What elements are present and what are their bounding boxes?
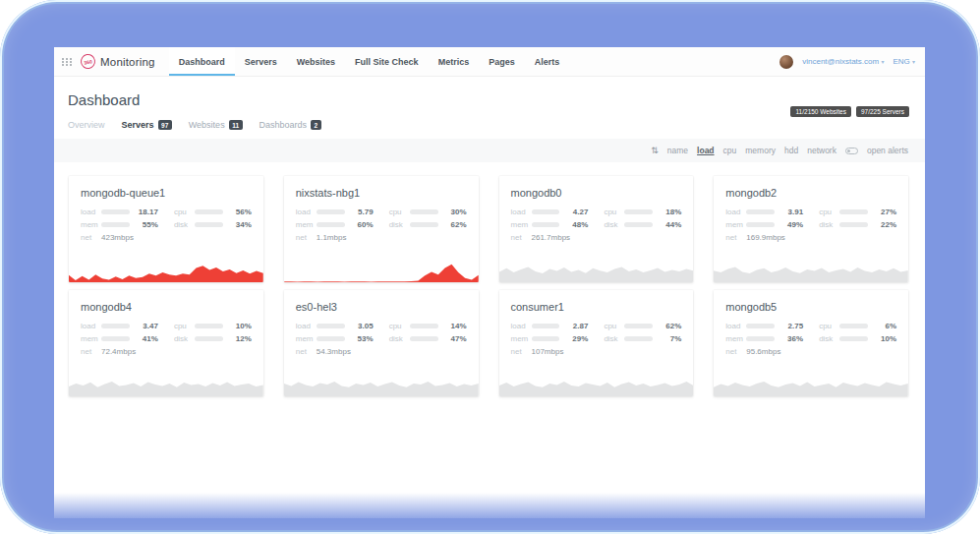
server-card[interactable]: mongodb4load3.47cpu10%mem41%disk12%net72… bbox=[69, 290, 263, 396]
metric-net: net54.3mbps bbox=[296, 347, 374, 356]
metric-label: cpu bbox=[819, 322, 839, 330]
metric-bar bbox=[410, 209, 438, 214]
nav-item-servers[interactable]: Servers bbox=[235, 47, 287, 76]
metric-bar bbox=[101, 336, 130, 341]
nav-item-alerts[interactable]: Alerts bbox=[525, 47, 570, 76]
metric-bar bbox=[195, 336, 223, 341]
server-name: nixstats-nbg1 bbox=[284, 176, 479, 199]
nav-item-full-site-check[interactable]: Full Site Check bbox=[345, 47, 429, 76]
metric-label: mem bbox=[725, 334, 746, 343]
metric-value: 12% bbox=[229, 334, 252, 343]
metric-bar bbox=[839, 209, 868, 214]
open-alerts-toggle[interactable] bbox=[845, 148, 858, 154]
metric-value: 7% bbox=[659, 334, 681, 343]
metric-value: 41% bbox=[136, 334, 158, 343]
server-card[interactable]: nixstats-nbg1load5.79cpu30%mem60%disk62%… bbox=[284, 176, 479, 282]
metric-value: 1.1mbps bbox=[317, 233, 347, 242]
metric-value: 22% bbox=[874, 220, 896, 229]
metric-label: disk bbox=[604, 220, 624, 229]
metric-value: 95.6mbps bbox=[746, 347, 780, 356]
metric-bar bbox=[101, 209, 130, 214]
metric-cpu: cpu30% bbox=[389, 208, 467, 216]
metric-value: 72.4mbps bbox=[101, 347, 136, 356]
nav-item-dashboard[interactable]: Dashboard bbox=[169, 47, 235, 76]
user-avatar[interactable] bbox=[779, 55, 793, 69]
metric-value: 5.79 bbox=[351, 208, 374, 216]
sort-option-load[interactable]: load bbox=[697, 146, 714, 155]
metric-load: load2.87 bbox=[511, 322, 589, 330]
metric-value: 3.47 bbox=[136, 322, 158, 330]
nav-item-pages[interactable]: Pages bbox=[479, 47, 525, 76]
server-card[interactable]: mongodb5load2.75cpu6%mem36%disk10%net95.… bbox=[714, 290, 908, 396]
user-menu[interactable]: vincent@nixstats.com ▾ bbox=[802, 57, 884, 66]
nav-item-websites[interactable]: Websites bbox=[287, 47, 345, 76]
language-menu[interactable]: ENG ▾ bbox=[893, 57, 915, 66]
server-card[interactable]: mongodb0load4.27cpu18%mem48%disk44%net26… bbox=[499, 176, 694, 282]
metric-net: net169.9mbps bbox=[725, 233, 803, 242]
metric-bar bbox=[624, 336, 653, 341]
metric-bar bbox=[746, 324, 775, 328]
metric-bar bbox=[746, 336, 775, 341]
metric-bar bbox=[101, 324, 130, 328]
metric-label: mem bbox=[511, 220, 532, 229]
metric-label: disk bbox=[604, 334, 624, 343]
sparkline-chart bbox=[69, 257, 263, 282]
metric-cpu: cpu14% bbox=[389, 322, 467, 330]
metric-bar bbox=[317, 336, 345, 341]
metric-net: net261.7mbps bbox=[511, 233, 589, 242]
metric-label: cpu bbox=[389, 208, 410, 216]
metric-mem: mem36% bbox=[725, 334, 803, 343]
server-card[interactable]: mongodb-queue1load18.17cpu56%mem55%disk3… bbox=[69, 176, 263, 282]
metric-value: 27% bbox=[874, 208, 896, 216]
sparkline-chart bbox=[714, 371, 908, 396]
metric-label: disk bbox=[389, 334, 410, 343]
metric-cpu: cpu27% bbox=[819, 208, 896, 216]
logo[interactable]: 360 Monitoring bbox=[81, 54, 155, 69]
server-card[interactable]: consumer1load2.87cpu62%mem29%disk7%net10… bbox=[499, 290, 694, 396]
tab-websites[interactable]: Websites11 bbox=[189, 120, 243, 130]
chevron-down-icon: ▾ bbox=[912, 59, 915, 65]
metric-cpu: cpu56% bbox=[174, 208, 252, 216]
metric-value: 18.17 bbox=[136, 208, 158, 216]
metric-disk: disk47% bbox=[389, 334, 467, 343]
server-name: mongodb2 bbox=[714, 176, 908, 199]
metric-label: mem bbox=[296, 334, 317, 343]
sort-option-cpu[interactable]: cpu bbox=[723, 146, 737, 155]
metric-label: load bbox=[296, 322, 317, 330]
tab-servers[interactable]: Servers97 bbox=[122, 120, 172, 130]
metric-value: 36% bbox=[780, 334, 803, 343]
server-metrics: load5.79cpu30%mem60%disk62%net1.1mbps bbox=[284, 208, 479, 242]
sort-icon[interactable]: ⇅ bbox=[651, 146, 659, 155]
open-alerts-label[interactable]: open alerts bbox=[867, 146, 908, 155]
metric-mem: mem53% bbox=[296, 334, 374, 343]
server-card[interactable]: mongodb2load3.91cpu27%mem49%disk22%net16… bbox=[714, 176, 908, 282]
metric-label: mem bbox=[81, 334, 101, 343]
tab-overview[interactable]: Overview bbox=[68, 120, 105, 130]
sort-option-memory[interactable]: memory bbox=[745, 146, 776, 155]
server-metrics: load18.17cpu56%mem55%disk34%net423mbps bbox=[69, 208, 263, 242]
metric-bar bbox=[410, 336, 438, 341]
app-grid-icon[interactable] bbox=[62, 58, 73, 66]
server-card-grid: mongodb-queue1load18.17cpu56%mem55%disk3… bbox=[54, 162, 925, 396]
metric-value: 56% bbox=[229, 208, 252, 216]
server-name: mongodb-queue1 bbox=[69, 176, 263, 199]
sort-option-name[interactable]: name bbox=[667, 146, 688, 155]
metric-load: load18.17 bbox=[81, 208, 158, 216]
metric-label: load bbox=[511, 322, 532, 330]
metric-load: load3.47 bbox=[81, 322, 158, 330]
server-card[interactable]: es0-hel3load3.05cpu14%mem53%disk47%net54… bbox=[284, 290, 479, 396]
tab-dashboards[interactable]: Dashboards2 bbox=[259, 120, 321, 130]
metric-bar bbox=[317, 324, 345, 328]
nav-item-metrics[interactable]: Metrics bbox=[429, 47, 480, 76]
sort-option-network[interactable]: network bbox=[807, 146, 836, 155]
metric-label: disk bbox=[819, 220, 839, 229]
metric-value: 44% bbox=[659, 220, 681, 229]
metric-bar bbox=[317, 209, 345, 214]
metric-value: 55% bbox=[136, 220, 158, 229]
sort-option-hdd[interactable]: hdd bbox=[784, 146, 798, 155]
metric-label: mem bbox=[296, 220, 317, 229]
metric-value: 261.7mbps bbox=[532, 233, 571, 242]
chevron-down-icon: ▾ bbox=[881, 59, 884, 65]
metric-value: 47% bbox=[444, 334, 467, 343]
server-name: es0-hel3 bbox=[284, 290, 479, 313]
